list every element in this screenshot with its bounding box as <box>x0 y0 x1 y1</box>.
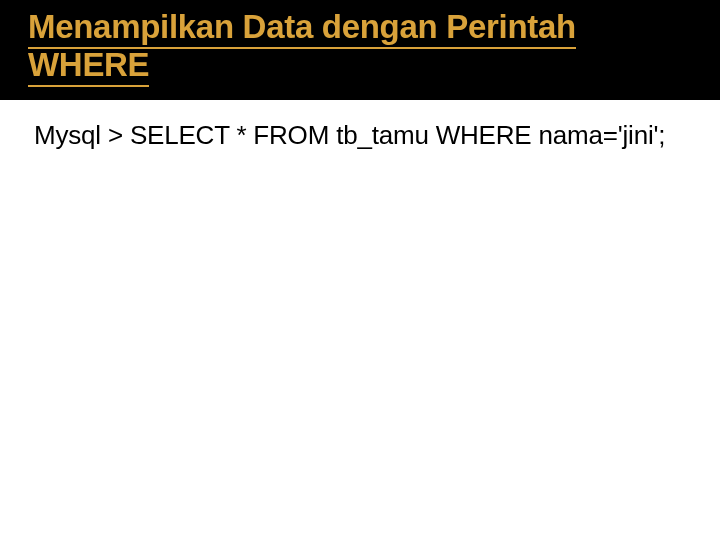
slide-title: Menampilkan Data dengan Perintah WHERE <box>28 8 576 87</box>
title-wrap: Menampilkan Data dengan Perintah WHERE <box>28 8 692 84</box>
slide: Menampilkan Data dengan Perintah WHERE M… <box>0 0 720 540</box>
body-text: Mysql > SELECT * FROM tb_tamu WHERE nama… <box>34 120 686 151</box>
title-bar: Menampilkan Data dengan Perintah WHERE <box>0 0 720 100</box>
content-area: Mysql > SELECT * FROM tb_tamu WHERE nama… <box>0 100 720 151</box>
